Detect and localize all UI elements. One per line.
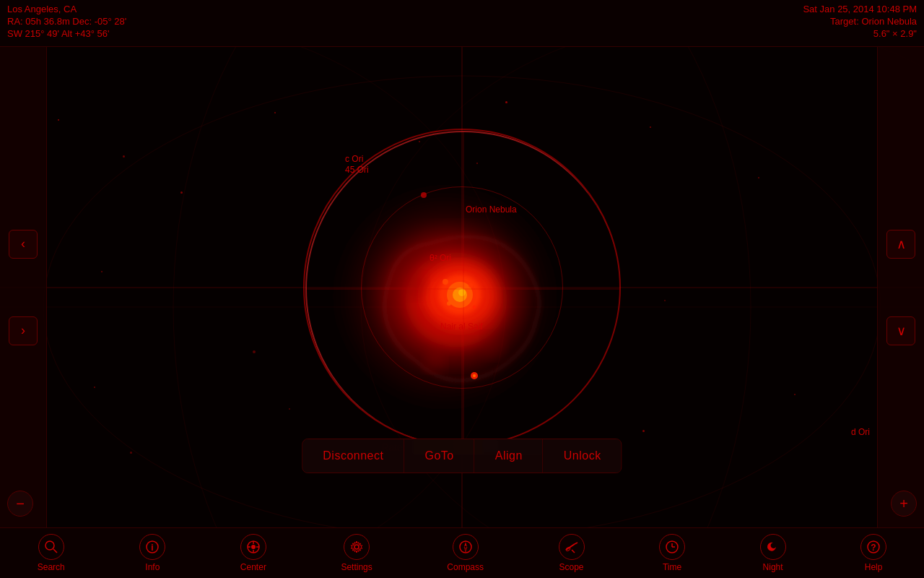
svg-point-18 [473, 305, 476, 309]
nav-right-button[interactable]: › [9, 316, 38, 345]
help-label: Help [865, 562, 883, 572]
svg-point-14 [458, 289, 466, 296]
svg-point-28 [45, 541, 54, 550]
compass-label: Compass [447, 562, 484, 572]
star [274, 112, 276, 113]
ra-dec-text: RA: 05h 36.8m Dec: -05° 28' [7, 16, 126, 27]
nav-down-button[interactable]: ∨ [886, 316, 915, 345]
star [101, 271, 103, 272]
control-panel: Disconnect GoTo Align Unlock [302, 439, 622, 473]
toolbar-settings[interactable]: Settings [334, 530, 379, 576]
star [94, 387, 95, 388]
toolbar-info[interactable]: i Info [132, 530, 173, 576]
help-icon: ? [860, 534, 886, 560]
unlock-button[interactable]: Unlock [544, 439, 622, 473]
toolbar-night[interactable]: Night [753, 530, 793, 576]
svg-point-21 [421, 192, 427, 198]
settings-label: Settings [341, 562, 372, 572]
star [123, 155, 125, 158]
d-ori-label: d Ori [851, 427, 870, 437]
star [642, 430, 645, 432]
datetime-text: Sat Jan 25, 2014 10:48 PM [803, 4, 917, 14]
star [794, 394, 796, 395]
star [253, 350, 256, 353]
night-label: Night [763, 562, 783, 572]
svg-point-16 [468, 283, 473, 288]
settings-icon [344, 534, 370, 560]
svg-point-33 [251, 545, 256, 549]
star [650, 126, 651, 128]
star [289, 408, 290, 410]
compass-icon [453, 534, 479, 560]
toolbar-search[interactable]: Search [30, 530, 72, 576]
svg-point-15 [443, 279, 448, 285]
svg-text:?: ? [871, 543, 876, 553]
scope-icon [559, 534, 585, 560]
sky-view[interactable]: c Ori 45 Ori Orion Nebula θ² Ori Nair al… [0, 47, 924, 527]
night-icon [760, 534, 786, 560]
header-right: Sat Jan 25, 2014 10:48 PM Target: Orion … [803, 4, 917, 39]
svg-marker-40 [464, 542, 467, 547]
toolbar-scope[interactable]: Scope [552, 530, 592, 576]
sw-text: SW 215° 49' Alt +43° 56' [7, 28, 126, 39]
svg-text:i: i [152, 543, 154, 553]
toolbar-compass[interactable]: Compass [440, 530, 491, 576]
center-label: Center [240, 562, 266, 572]
zoom-minus-button[interactable]: − [7, 491, 33, 517]
svg-point-20 [473, 374, 476, 377]
location-text: Los Angeles, CA [7, 4, 126, 14]
info-icon: i [139, 534, 165, 560]
disconnect-button[interactable]: Disconnect [302, 439, 404, 473]
header-left: Los Angeles, CA RA: 05h 36.8m Dec: -05° … [7, 4, 126, 39]
time-icon [659, 534, 685, 560]
svg-marker-41 [464, 547, 467, 552]
time-label: Time [663, 562, 681, 572]
search-icon [38, 534, 64, 560]
star [130, 452, 132, 454]
info-label: Info [145, 562, 160, 572]
svg-line-44 [572, 550, 575, 553]
svg-line-43 [575, 543, 578, 544]
goto-button[interactable]: GoTo [404, 439, 474, 473]
toolbar-center[interactable]: Center [233, 530, 274, 576]
center-icon [240, 534, 266, 560]
svg-line-29 [53, 549, 57, 553]
fov-text: 5.6" × 2.9" [803, 28, 917, 39]
left-panel: ‹ › [0, 47, 47, 527]
toolbar-help[interactable]: ? Help [853, 530, 894, 576]
nav-left-button[interactable]: ‹ [9, 230, 38, 259]
telescope-view [303, 129, 621, 447]
bottom-toolbar: Search i Info Center [0, 527, 924, 578]
target-text: Target: Orion Nebula [803, 16, 917, 27]
star [58, 119, 59, 121]
align-button[interactable]: Align [475, 439, 544, 473]
star [505, 101, 507, 103]
star [180, 191, 183, 194]
star [664, 300, 666, 301]
scope-label: Scope [559, 562, 584, 572]
right-panel: ∧ ∨ [877, 47, 924, 527]
toolbar-time[interactable]: Time [652, 530, 692, 576]
svg-point-38 [354, 545, 359, 549]
star [758, 177, 759, 178]
header: Los Angeles, CA RA: 05h 36.8m Dec: -05° … [0, 0, 924, 47]
search-label: Search [38, 562, 65, 572]
nav-up-button[interactable]: ∧ [886, 230, 915, 259]
svg-point-17 [447, 301, 451, 306]
zoom-plus-button[interactable]: + [891, 491, 917, 517]
nebula-svg [305, 130, 621, 447]
